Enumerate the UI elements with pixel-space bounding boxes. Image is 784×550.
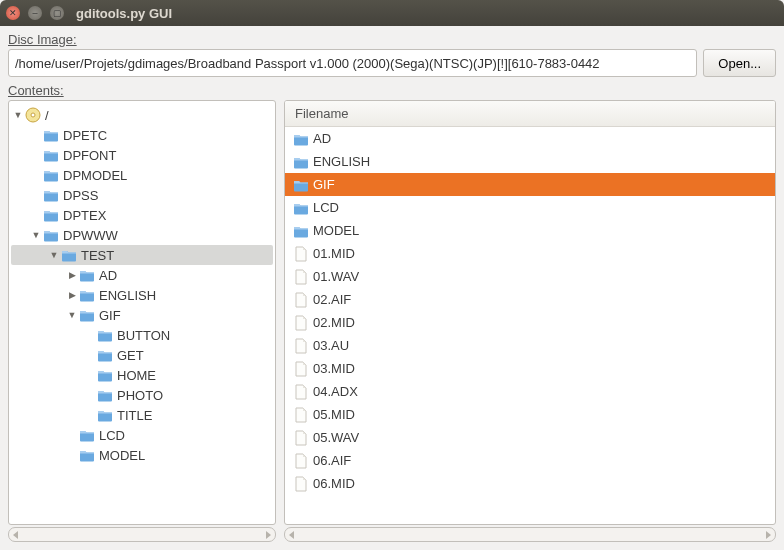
file-row[interactable]: 01.MID bbox=[285, 242, 775, 265]
tree-item[interactable]: ▶DPFONT bbox=[11, 145, 273, 165]
tree-item[interactable]: ▶DPTEX bbox=[11, 205, 273, 225]
tree-item-label: MODEL bbox=[99, 448, 145, 463]
expander-icon[interactable]: ▼ bbox=[47, 250, 61, 260]
folder-icon bbox=[43, 167, 59, 183]
file-row[interactable]: 03.AU bbox=[285, 334, 775, 357]
titlebar: ✕ – ▢ gditools.py GUI bbox=[0, 0, 784, 26]
folder-icon bbox=[61, 247, 77, 263]
file-row-label: 03.MID bbox=[313, 361, 355, 376]
file-row-label: 03.AU bbox=[313, 338, 349, 353]
directory-tree[interactable]: ▼/▶DPETC▶DPFONT▶DPMODEL▶DPSS▶DPTEX▼DPWWW… bbox=[8, 100, 276, 525]
tree-item[interactable]: ▶TITLE bbox=[11, 405, 273, 425]
tree-item[interactable]: ▶PHOTO bbox=[11, 385, 273, 405]
tree-item[interactable]: ▶DPETC bbox=[11, 125, 273, 145]
file-row-label: 02.AIF bbox=[313, 292, 351, 307]
file-icon bbox=[293, 315, 309, 331]
file-row-label: 02.MID bbox=[313, 315, 355, 330]
file-row[interactable]: 05.MID bbox=[285, 403, 775, 426]
tree-item[interactable]: ▼TEST bbox=[11, 245, 273, 265]
expander-icon[interactable]: ▶ bbox=[65, 270, 79, 280]
tree-item[interactable]: ▶AD bbox=[11, 265, 273, 285]
file-row[interactable]: 06.AIF bbox=[285, 449, 775, 472]
folder-icon bbox=[97, 327, 113, 343]
window-close-button[interactable]: ✕ bbox=[6, 6, 20, 20]
tree-item[interactable]: ▶ENGLISH bbox=[11, 285, 273, 305]
tree-item[interactable]: ▼/ bbox=[11, 105, 273, 125]
tree-item-label: ENGLISH bbox=[99, 288, 156, 303]
file-row[interactable]: MODEL bbox=[285, 219, 775, 242]
folder-icon bbox=[79, 427, 95, 443]
tree-item-label: / bbox=[45, 108, 49, 123]
file-icon bbox=[293, 338, 309, 354]
file-row[interactable]: 04.ADX bbox=[285, 380, 775, 403]
file-icon bbox=[293, 430, 309, 446]
tree-item-label: GET bbox=[117, 348, 144, 363]
window-maximize-button[interactable]: ▢ bbox=[50, 6, 64, 20]
file-row[interactable]: 02.MID bbox=[285, 311, 775, 334]
tree-item[interactable]: ▼GIF bbox=[11, 305, 273, 325]
disc-image-row: Open... bbox=[8, 49, 776, 77]
file-row[interactable]: 01.WAV bbox=[285, 265, 775, 288]
folder-icon bbox=[43, 227, 59, 243]
expander-icon[interactable]: ▶ bbox=[65, 290, 79, 300]
tree-item-label: HOME bbox=[117, 368, 156, 383]
tree-item[interactable]: ▶HOME bbox=[11, 365, 273, 385]
file-icon bbox=[293, 384, 309, 400]
contents-label: Contents: bbox=[8, 83, 776, 98]
tree-item[interactable]: ▶DPSS bbox=[11, 185, 273, 205]
file-icon bbox=[293, 361, 309, 377]
tree-item-label: GIF bbox=[99, 308, 121, 323]
file-row[interactable]: 03.MID bbox=[285, 357, 775, 380]
file-row-label: 01.MID bbox=[313, 246, 355, 261]
window-minimize-button[interactable]: – bbox=[28, 6, 42, 20]
file-row[interactable]: AD bbox=[285, 127, 775, 150]
folder-icon bbox=[97, 367, 113, 383]
file-row[interactable]: ENGLISH bbox=[285, 150, 775, 173]
file-row[interactable]: 05.WAV bbox=[285, 426, 775, 449]
file-row-label: GIF bbox=[313, 177, 335, 192]
file-row[interactable]: LCD bbox=[285, 196, 775, 219]
folder-icon bbox=[293, 154, 309, 170]
file-icon bbox=[293, 453, 309, 469]
expander-icon[interactable]: ▼ bbox=[65, 310, 79, 320]
file-row[interactable]: 02.AIF bbox=[285, 288, 775, 311]
tree-item-label: DPMODEL bbox=[63, 168, 127, 183]
folder-icon bbox=[97, 407, 113, 423]
filelist-horizontal-scrollbar[interactable] bbox=[284, 527, 776, 542]
tree-item-label: DPETC bbox=[63, 128, 107, 143]
tree-item[interactable]: ▶LCD bbox=[11, 425, 273, 445]
content-panes: ▼/▶DPETC▶DPFONT▶DPMODEL▶DPSS▶DPTEX▼DPWWW… bbox=[8, 100, 776, 542]
file-icon bbox=[293, 407, 309, 423]
folder-icon bbox=[97, 347, 113, 363]
tree-item-label: TITLE bbox=[117, 408, 152, 423]
tree-item[interactable]: ▶GET bbox=[11, 345, 273, 365]
folder-icon bbox=[79, 447, 95, 463]
tree-item-label: DPFONT bbox=[63, 148, 116, 163]
file-row-label: MODEL bbox=[313, 223, 359, 238]
file-row[interactable]: GIF bbox=[285, 173, 775, 196]
file-row-label: AD bbox=[313, 131, 331, 146]
folder-icon bbox=[293, 223, 309, 239]
open-button[interactable]: Open... bbox=[703, 49, 776, 77]
file-row[interactable]: 06.MID bbox=[285, 472, 775, 495]
tree-item[interactable]: ▼DPWWW bbox=[11, 225, 273, 245]
disc-image-path-input[interactable] bbox=[8, 49, 697, 77]
file-list-header[interactable]: Filename bbox=[285, 101, 775, 127]
file-icon bbox=[293, 292, 309, 308]
tree-item[interactable]: ▶MODEL bbox=[11, 445, 273, 465]
expander-icon[interactable]: ▼ bbox=[29, 230, 43, 240]
tree-item[interactable]: ▶BUTTON bbox=[11, 325, 273, 345]
file-row-label: LCD bbox=[313, 200, 339, 215]
folder-icon bbox=[43, 147, 59, 163]
tree-item[interactable]: ▶DPMODEL bbox=[11, 165, 273, 185]
file-row-label: 01.WAV bbox=[313, 269, 359, 284]
expander-icon[interactable]: ▼ bbox=[11, 110, 25, 120]
disc-image-label: Disc Image: bbox=[8, 32, 776, 47]
tree-item-label: TEST bbox=[81, 248, 114, 263]
folder-icon bbox=[79, 287, 95, 303]
file-list[interactable]: Filename ADENGLISHGIFLCDMODEL01.MID01.WA… bbox=[284, 100, 776, 525]
tree-horizontal-scrollbar[interactable] bbox=[8, 527, 276, 542]
file-icon bbox=[293, 269, 309, 285]
folder-icon bbox=[293, 200, 309, 216]
folder-icon bbox=[43, 127, 59, 143]
